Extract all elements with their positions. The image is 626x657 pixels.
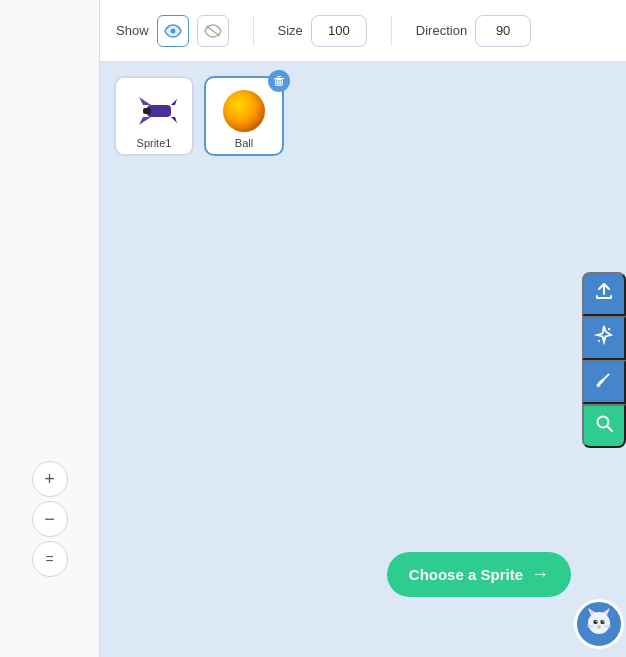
cat-avatar-button[interactable] [574, 599, 624, 649]
zoom-out-icon: − [44, 509, 55, 530]
size-label: Size [278, 23, 303, 38]
eye-icon [164, 24, 182, 38]
eye-slash-icon [204, 24, 222, 38]
svg-line-19 [608, 427, 613, 432]
trash-icon [273, 75, 285, 87]
sprite1-label: Sprite1 [137, 137, 172, 149]
zoom-controls: + − = [32, 461, 68, 577]
action-buttons [582, 272, 626, 448]
sprite-card-ball[interactable]: Ball [204, 76, 284, 156]
search-icon [593, 412, 615, 439]
svg-marker-5 [139, 117, 151, 125]
sprite-area: Sprite1 [100, 62, 626, 657]
svg-point-16 [598, 340, 600, 342]
choose-sprite-label: Choose a Sprite [409, 566, 523, 583]
sprite-card-sprite1[interactable]: Sprite1 [114, 76, 194, 156]
upload-button[interactable] [582, 272, 626, 316]
zoom-out-button[interactable]: − [32, 501, 68, 537]
fit-icon: = [45, 551, 53, 567]
svg-marker-7 [171, 117, 177, 123]
sprites-list: Sprite1 [114, 76, 612, 156]
show-group: Show [116, 15, 229, 47]
svg-rect-10 [277, 76, 281, 77]
choose-sprite-area: Choose a Sprite → [387, 552, 571, 597]
right-area: Show [100, 0, 626, 657]
direction-group: Direction [416, 15, 531, 47]
size-input[interactable] [311, 15, 367, 47]
main-container: + − = Show [0, 0, 626, 657]
cat-icon [583, 605, 615, 644]
zoom-in-icon: + [44, 469, 55, 490]
svg-point-25 [593, 619, 597, 623]
svg-point-1 [170, 28, 175, 33]
svg-point-26 [600, 619, 604, 623]
svg-marker-6 [171, 99, 177, 105]
svg-point-27 [596, 620, 597, 621]
show-hidden-button[interactable] [197, 15, 229, 47]
svg-rect-8 [143, 108, 151, 114]
show-visible-button[interactable] [157, 15, 189, 47]
sparkle-icon [593, 324, 615, 351]
svg-point-28 [603, 620, 604, 621]
separator-2 [391, 16, 392, 46]
search-sprite-button[interactable] [582, 404, 626, 448]
delete-ball-button[interactable] [268, 70, 290, 92]
upload-icon [593, 280, 615, 307]
brush-icon [593, 368, 615, 395]
choose-sprite-arrow-icon: → [531, 564, 549, 585]
toolbar: Show [100, 0, 626, 62]
show-label: Show [116, 23, 149, 38]
brush-button[interactable] [582, 360, 626, 404]
direction-label: Direction [416, 23, 467, 38]
svg-marker-4 [139, 97, 151, 105]
size-group: Size [278, 15, 367, 47]
ball-image-area [218, 87, 270, 135]
zoom-in-button[interactable]: + [32, 461, 68, 497]
separator-1 [253, 16, 254, 46]
svg-point-15 [608, 328, 610, 330]
fit-button[interactable]: = [32, 541, 68, 577]
plane-icon [129, 91, 179, 131]
svg-point-17 [597, 384, 601, 388]
svg-point-20 [588, 612, 610, 634]
sprite1-image-area [128, 87, 180, 135]
left-sidebar: + − = [0, 0, 100, 657]
sparkle-button[interactable] [582, 316, 626, 360]
ball-icon [223, 90, 265, 132]
direction-input[interactable] [475, 15, 531, 47]
svg-rect-9 [274, 78, 284, 79]
ball-label: Ball [235, 137, 253, 149]
choose-sprite-button[interactable]: Choose a Sprite → [387, 552, 571, 597]
